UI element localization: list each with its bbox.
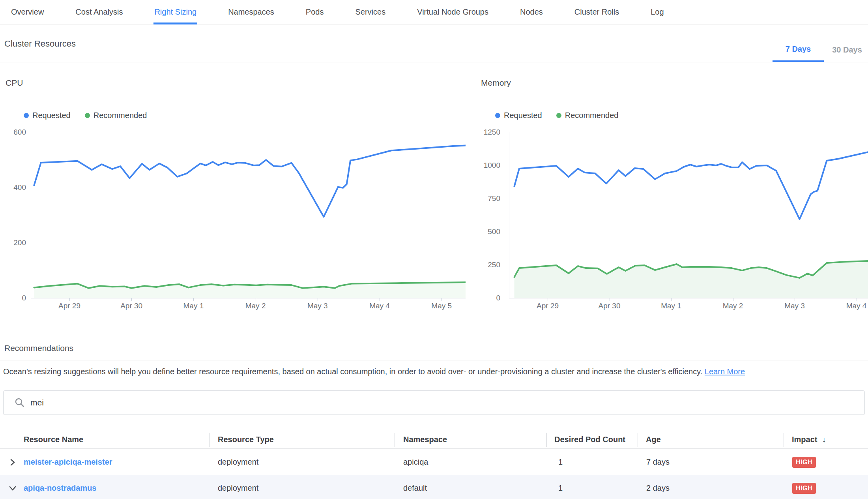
pod-count-cell: 1 [546,449,638,475]
age-cell: 7 days [638,449,784,475]
recommendations-divider [0,360,868,360]
memory-legend-recommended[interactable]: Recommended [556,111,619,120]
tab-right-sizing[interactable]: Right Sizing [154,0,196,24]
search-icon [15,398,25,408]
impact-badge: HIGH [792,457,816,468]
learn-more-link[interactable]: Learn More [705,367,745,376]
memory-chart-title: Memory [481,78,511,88]
y-axis-label: 250 [477,261,500,269]
right-sizing-page: Overview Cost Analysis Right Sizing Name… [0,0,868,499]
time-range-tabs: 7 Days 30 Days [773,38,868,62]
cpu-title-border [0,91,456,91]
pod-count-cell: 1 [546,475,638,499]
resource-name-link[interactable]: apiqa-nostradamus [24,484,96,493]
column-label: Age [646,435,661,444]
legend-label: Recommended [94,111,147,120]
y-axis-label: 500 [477,227,500,236]
tab-virtual-node-groups[interactable]: Virtual Node Groups [417,0,488,24]
column-header-desired-pod-count[interactable]: Desired Pod Count [546,430,638,448]
tab-cluster-rolls[interactable]: Cluster Rolls [574,0,619,24]
x-axis-label: Apr 30 [590,302,629,310]
impact-badge: HIGH [792,483,816,494]
x-axis-label: May 4 [360,302,399,310]
expand-chevron-right-icon[interactable] [9,458,17,466]
x-axis-label: May 4 [837,302,868,310]
resource-type-cell: deployment [209,449,395,475]
cpu-legend: Requested Recommended [24,111,147,120]
legend-label: Requested [504,111,542,120]
column-label: Desired Pod Count [554,435,625,444]
y-axis-label: 1250 [477,128,500,137]
column-header-namespace[interactable]: Namespace [395,430,546,448]
x-axis-label: Apr 29 [50,302,89,310]
range-tab-7-days[interactable]: 7 Days [773,38,824,62]
range-tab-30-days[interactable]: 30 Days [824,38,868,62]
requested-dot-icon [24,113,29,118]
x-axis-label: May 2 [236,302,275,310]
cpu-legend-recommended[interactable]: Recommended [85,111,147,120]
x-axis-label: Apr 29 [528,302,567,310]
recommendations-table: Resource Name Resource Type Namespace De… [0,430,868,499]
memory-legend: Requested Recommended [495,111,618,120]
age-cell: 2 days [638,475,784,499]
recommended-dot-icon [85,113,90,118]
tab-namespaces[interactable]: Namespaces [228,0,274,24]
x-axis-label: May 1 [651,302,691,310]
tab-cost-analysis[interactable]: Cost Analysis [75,0,123,24]
cpu-legend-requested[interactable]: Requested [24,111,71,120]
column-header-resource-name[interactable]: Resource Name [0,430,209,448]
recommendations-title: Recommendations [4,343,73,353]
tab-pods[interactable]: Pods [306,0,324,24]
table-header-row: Resource Name Resource Type Namespace De… [0,430,868,449]
search-input[interactable] [30,391,864,415]
table-row[interactable]: meister-apiciqa-meister deployment apici… [0,449,868,475]
recommendations-description: Ocean's resizing suggestions will help y… [3,367,745,376]
x-axis-label: May 5 [422,302,461,310]
y-axis-label: 600 [2,128,26,137]
search-box[interactable] [3,390,865,415]
y-axis-label: 0 [2,294,26,302]
y-axis-label: 0 [477,294,500,302]
tab-overview[interactable]: Overview [11,0,44,24]
cpu-chart-plot [31,130,466,300]
cluster-resources-title: Cluster Resources [4,39,76,49]
column-header-age[interactable]: Age [638,430,784,448]
requested-line [34,146,466,217]
tab-nodes[interactable]: Nodes [520,0,543,24]
column-label: Impact [792,435,817,444]
y-axis-label: 200 [2,238,26,247]
legend-label: Recommended [565,111,619,120]
x-axis-label: Apr 30 [112,302,151,310]
x-axis-label: May 3 [775,302,814,310]
table-row[interactable]: apiqa-nostradamus deployment default 1 2… [0,475,868,499]
memory-title-border [476,91,868,91]
y-axis-label: 400 [2,183,26,192]
y-axis-label: 750 [477,194,500,203]
recommended-dot-icon [556,113,561,118]
recommendations-text: Ocean's resizing suggestions will help y… [3,367,702,376]
cpu-chart-title: CPU [6,78,23,88]
namespace-cell: default [395,475,546,499]
y-axis-label: 1000 [477,161,500,170]
memory-chart-plot [509,130,868,300]
top-tab-bar: Overview Cost Analysis Right Sizing Name… [0,0,868,24]
x-axis-label: May 3 [298,302,337,310]
sort-desc-arrow-icon[interactable]: ↓ [822,435,826,444]
legend-label: Requested [32,111,71,120]
namespace-cell: apiciqa [395,449,546,475]
requested-line [514,152,868,219]
column-header-resource-type[interactable]: Resource Type [209,430,395,448]
column-label: Namespace [403,435,447,444]
column-label: Resource Type [218,435,274,444]
requested-dot-icon [495,113,500,118]
tab-log[interactable]: Log [651,0,664,24]
tab-services[interactable]: Services [355,0,385,24]
column-label: Resource Name [24,435,83,444]
resource-type-cell: deployment [209,475,395,499]
x-axis-label: May 2 [713,302,753,310]
collapse-chevron-down-icon[interactable] [9,484,17,492]
header-divider [0,62,868,62]
memory-legend-requested[interactable]: Requested [495,111,542,120]
column-header-impact[interactable]: Impact↓ [784,430,868,448]
resource-name-link[interactable]: meister-apiciqa-meister [24,458,112,467]
